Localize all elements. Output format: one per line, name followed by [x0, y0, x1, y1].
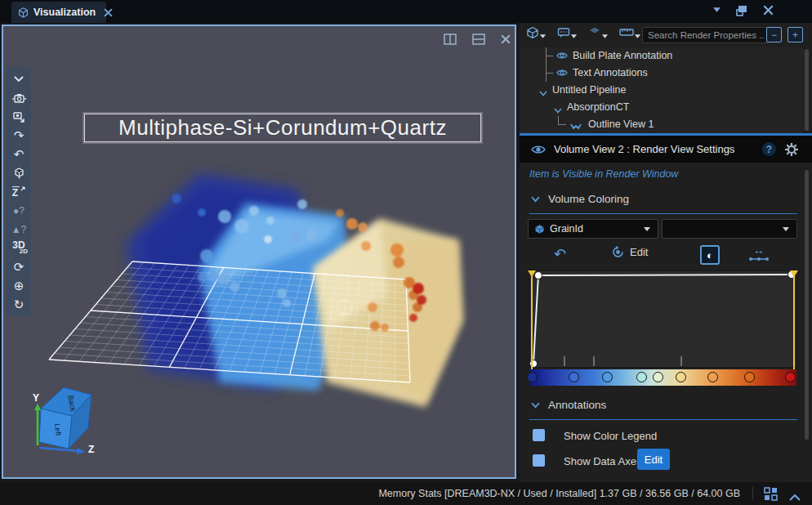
rotate-camera-icon[interactable]: ⟳: [7, 257, 31, 276]
close-view-icon[interactable]: [497, 31, 515, 47]
pointer-rotate-icon[interactable]: ↻: [7, 295, 31, 314]
tab-title: Visualization: [33, 7, 96, 18]
range-handle-max[interactable]: [793, 272, 795, 380]
reset-transfer-function-icon[interactable]: ↶: [554, 245, 566, 263]
visibility-eye-icon[interactable]: [531, 144, 546, 155]
panel-layout-icon[interactable]: [764, 487, 778, 504]
tree-item-build-plate-annotation[interactable]: Build Plate Annotation: [520, 47, 804, 65]
axis-z-label: Z: [88, 444, 94, 455]
range-handle-min-arrow[interactable]: [528, 270, 536, 277]
close-window-icon[interactable]: [763, 5, 774, 16]
point-query-icon[interactable]: ●?: [7, 201, 31, 220]
chevron-up-icon[interactable]: [789, 489, 801, 504]
colormap-control-point[interactable]: [569, 372, 579, 382]
colormap-control-point[interactable]: [636, 372, 647, 382]
show-color-legend-label: Show Color Legend: [564, 430, 657, 442]
statusbar-divider: [752, 487, 753, 500]
search-input[interactable]: [642, 27, 770, 43]
colormap-control-point[interactable]: [707, 372, 718, 382]
camera-orientation-icon[interactable]: [7, 163, 31, 182]
section-annotations[interactable]: Annotations: [531, 399, 606, 411]
render-view-settings-header: Volume View 2 : Render View Settings ?: [520, 136, 812, 163]
show-color-legend-checkbox[interactable]: [533, 429, 545, 441]
collapse-toolbar-icon[interactable]: [7, 69, 31, 88]
transfer-function-editor[interactable]: [529, 270, 796, 386]
zoom-camera-icon[interactable]: ⊕: [7, 276, 31, 295]
show-data-axes-grid-checkbox[interactable]: [533, 454, 545, 467]
align-camera-z-icon[interactable]: Z: [7, 182, 31, 201]
range-handle-min[interactable]: [531, 272, 533, 380]
dataset-title-annotation[interactable]: Multiphase-Si+Corundum+Quartz: [84, 114, 481, 142]
add-measurement-button[interactable]: [619, 26, 641, 44]
cell-query-icon[interactable]: ▲?: [7, 220, 31, 239]
section-volume-coloring[interactable]: Volume Coloring: [531, 193, 629, 205]
tab-close-icon[interactable]: [104, 8, 113, 17]
edit-transfer-function-button[interactable]: Edit: [611, 245, 648, 259]
orientation-axis-cube[interactable]: Back Left Y Z: [33, 387, 94, 455]
undo-icon[interactable]: ↶: [7, 145, 31, 163]
visualization-cube-icon: [18, 7, 29, 18]
outline-view-icon: [570, 121, 582, 132]
application-window: Visualization: [0, 0, 812, 505]
add-filter-view-button[interactable]: [588, 26, 609, 44]
section-divider: [529, 213, 797, 214]
visibility-note: Item is Visible in Render Window: [529, 168, 678, 180]
volume-rendering-scene: Back Left Y Z: [3, 26, 515, 477]
opacity-curve: [529, 270, 796, 368]
edit-axes-grid-button[interactable]: Edit: [637, 449, 670, 470]
help-icon[interactable]: ?: [762, 142, 776, 156]
invert-colormap-icon[interactable]: ◐: [700, 245, 720, 265]
add-geometry-view-button[interactable]: [526, 26, 547, 44]
tree-item-text-annotations[interactable]: Text Annotations: [520, 65, 804, 83]
tree-scrollbar[interactable]: [805, 49, 809, 131]
tab-visualization[interactable]: Visualization: [11, 2, 106, 23]
range-handle-max-arrow[interactable]: [790, 270, 798, 277]
chevron-down-icon[interactable]: [554, 105, 562, 116]
titlebar-dropdown-icon[interactable]: [712, 7, 721, 13]
settings-scrollbar[interactable]: [805, 170, 809, 440]
color-array-select[interactable]: GrainId: [528, 219, 658, 239]
section-divider: [529, 419, 797, 420]
render-viewport[interactable]: Back Left Y Z: [2, 25, 516, 479]
colormap-preset-select[interactable]: [662, 219, 797, 239]
viewport-toolbar: ↷ ↶ Z ●? ▲? 3D2D ⟳ ⊕ ↻: [7, 67, 31, 316]
dimension-toggle-3d2d[interactable]: 3D2D: [7, 239, 31, 257]
memory-stats: Memory Stats [DREAM3D-NX / Used / Instal…: [378, 488, 740, 499]
title-bar: Visualization: [0, 0, 812, 23]
visibility-eye-icon[interactable]: [556, 68, 568, 80]
colormap-control-point[interactable]: [602, 372, 613, 382]
axis-cube-front-label: Left: [53, 423, 62, 436]
split-horizontal-icon[interactable]: [470, 31, 488, 47]
axis-y-label: Y: [33, 392, 39, 404]
colormap-control-point[interactable]: [527, 372, 538, 382]
settings-title: Volume View 2 : Render View Settings: [554, 143, 734, 155]
visibility-eye-icon[interactable]: [556, 51, 568, 63]
colormap-control-point[interactable]: [676, 372, 686, 382]
camera-move-icon[interactable]: [7, 107, 31, 126]
tree-item-untitled-pipeline[interactable]: Untitled Pipeline: [520, 82, 804, 100]
status-bar: Memory Stats [DREAM3D-NX / Used / Instal…: [0, 482, 812, 505]
colormap-control-point[interactable]: [653, 372, 663, 382]
gear-icon[interactable]: [784, 142, 799, 157]
split-vertical-icon[interactable]: [441, 31, 459, 47]
redo-icon[interactable]: ↷: [7, 126, 31, 145]
colormap-control-point[interactable]: [785, 372, 796, 382]
rescale-range-icon[interactable]: ↔: [748, 245, 770, 262]
collapse-all-icon[interactable]: −: [766, 27, 782, 42]
restore-window-icon[interactable]: [735, 4, 748, 17]
colormap-gradient[interactable]: [529, 369, 796, 386]
colormap-control-point[interactable]: [744, 372, 755, 382]
tree-item-absorptionct[interactable]: AbsorptionCT: [520, 99, 804, 117]
expand-all-icon[interactable]: +: [787, 27, 803, 42]
reset-camera-icon[interactable]: [7, 88, 31, 107]
render-properties-panel: − + Build Plate Annotation Text Annotati…: [520, 23, 812, 482]
chevron-down-icon[interactable]: [539, 87, 547, 99]
tree-item-outline-view-1[interactable]: Outline View 1: [520, 116, 804, 134]
add-annotation-button[interactable]: [557, 26, 578, 44]
